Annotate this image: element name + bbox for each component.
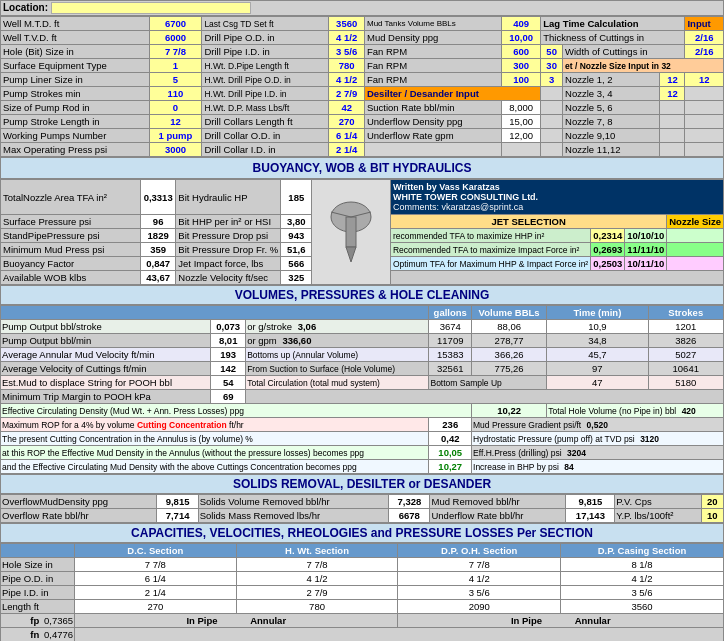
or-g-stroke-val: 3,06 [298,321,317,332]
max-op-press-val[interactable]: 3000 [149,143,202,157]
eff-h-press-label: Eff.H.Press (drilling) psi [473,448,562,458]
eff-circ-val: 10,22 [472,404,547,418]
nozzle2-size [667,243,724,257]
underflow-density-val: 15,00 [502,115,541,129]
svg-marker-2 [346,247,356,262]
available-wob-label: Available WOB klbs [1,271,141,285]
min-mud-press-label: Minimum Mud Press psi [1,243,141,257]
last-csg-val[interactable]: 3560 [329,17,365,31]
fan-rpm2-label: Fan RPM [364,59,501,73]
mud-tanks-label: Mud Tanks Volume BBLs [364,17,501,31]
fan-rpm2-val[interactable]: 300 [502,59,541,73]
bit-hydraulic-label: Bit Hydraulic HP [176,180,281,215]
mud-press-grad-val: 0,520 [587,420,608,430]
present-cutting-val: 0,42 [429,432,472,446]
capacities-header: CAPACITIES, VELOCITIES, RHEOLOGIES and P… [0,523,724,543]
hole-bit-val[interactable]: 7 7/8 [149,45,202,59]
mud-density-val[interactable]: 10,00 [502,31,541,45]
tfa2-label: Recommended TFA to maximize Impact Force… [390,243,590,257]
yp-val[interactable]: 10 [701,509,723,523]
nozzle3-size [667,257,724,271]
press-drop-frac-label: Bit Pressure Drop Fr. % [176,243,281,257]
mud-tanks-val[interactable]: 409 [502,17,541,31]
underflow-rate-label: Underflow Rate gpm [364,129,501,143]
lag-time-label: Lag Time Calculation [541,17,685,31]
pump-output-min-val: 8,01 [211,334,246,348]
standpipe-val: 1829 [140,229,175,243]
nozzle34-val[interactable]: 12 [660,87,685,101]
pump-strokes-val[interactable]: 110 [149,87,202,101]
lag-time-input[interactable]: Input [685,17,724,31]
fan-rpm4-val[interactable]: 3 [541,73,563,87]
max-rop-label: Maximum ROP for a 4% by volume [2,420,135,430]
well-tvd-label: Well T.V.D. ft [1,31,150,45]
drill-collars-len-val[interactable]: 270 [329,115,365,129]
nozzle-input-label: et / Nozzle Size Input in 32 [563,59,724,73]
solids-vol-label: Solids Volume Removed bbl/hr [198,495,389,509]
eff-mud-val: 10,05 [429,446,472,460]
pv-val[interactable]: 20 [701,495,723,509]
bottom-sample-label: Bottom Sample Up [429,376,547,390]
hwt-dp-len-val[interactable]: 780 [329,59,365,73]
location-label: Location: [3,2,48,13]
jet-impact-label: Jet Impact force, lbs [176,257,281,271]
working-pumps-label: Working Pumps Number [1,129,150,143]
hwt-hole: 7 7/8 [236,558,398,572]
hole-bit-label: Hole (Bit) Size in [1,45,150,59]
surface-equip-val[interactable]: 1 [149,59,202,73]
nozzle12-val[interactable]: 12 [660,73,685,87]
eff-circ-mud-label: and the Effective Circulating Mud Densit… [1,460,429,474]
length-label: Length ft [1,600,75,614]
drill-bit-image [321,197,381,267]
est-displace-label: Est.Mud to displace String for POOH bbl [1,376,211,390]
dp-od-val[interactable]: 4 1/2 [329,31,365,45]
hwt-dp-id-val[interactable]: 2 7/9 [329,87,365,101]
fan-rpm3-val[interactable]: 100 [502,73,541,87]
fan-rpm-val1b[interactable]: 50 [541,45,563,59]
dc-od-val[interactable]: 6 1/4 [329,129,365,143]
mud-density-label: Mud Density ppg [364,31,501,45]
thickness-cuttings-val[interactable]: 2/16 [685,31,724,45]
well-tvd-val[interactable]: 6000 [149,31,202,45]
working-pumps-val[interactable]: 1 pump [149,129,202,143]
pump-stroke-len-val[interactable]: 12 [149,115,202,129]
fan-rpm-val1[interactable]: 600 [502,45,541,59]
hwt-dp-mass-val[interactable]: 42 [329,101,365,115]
dpoh-pipe-id: 3 5/6 [398,586,560,600]
solids-vol-val: 7,328 [389,495,430,509]
dc-id-val[interactable]: 2 1/4 [329,143,365,157]
nozzle12-label: Nozzle 1, 2 [563,73,660,87]
tfa1-label: recommended TFA to maximize HHP in² [390,229,590,243]
increase-bhp-label: Increase in BHP by psi [473,462,559,472]
dpoh-length: 2090 [398,600,560,614]
press-drop-frac-val: 51,6 [281,243,312,257]
min-trip-val: 69 [211,390,246,404]
nozzle12-val2[interactable]: 12 [685,73,724,87]
dc-pipe-id: 2 1/4 [75,586,237,600]
bit-press-drop-label: Bit Pressure Drop psi [176,229,281,243]
bottoms-up-strokes: 3826 [648,334,723,348]
hwt-dp-id-label: H.Wt. Drill Pipe I.D. in [202,87,329,101]
fan-rpm2-val2[interactable]: 30 [541,59,563,73]
casing-pipe-id: 3 5/6 [560,586,723,600]
fan-rpm1-label: Fan RPM [364,45,501,59]
tfa3-val: 0,2503 [591,257,625,271]
mud-to-bit-bbl: 88,06 [472,320,547,334]
overflow-rate-val: 7,714 [157,509,198,523]
hole-size-label: Hole Size in [1,558,75,572]
pipe-id-label: Pipe I.D. in [1,586,75,600]
location-input[interactable] [51,2,251,14]
bit-hhp-label: Bit HHP per in² or HSI [176,215,281,229]
width-cuttings-val[interactable]: 2/16 [685,45,724,59]
dp-id-val[interactable]: 3 5/6 [329,45,365,59]
pump-liner-val[interactable]: 5 [149,73,202,87]
size-pump-rod-val[interactable]: 0 [149,101,202,115]
hwt-dp-od-val[interactable]: 4 1/2 [329,73,365,87]
jet-selection-header: JET SELECTION [390,215,666,229]
overflow-mud-val: 9,815 [157,495,198,509]
well-mtd-val[interactable]: 6700 [149,17,202,31]
suction-surface-strokes: 5027 [648,348,723,362]
available-wob-val: 43,67 [140,271,175,285]
tna-val: 0,3313 [140,180,175,215]
nozzle-vel-val: 325 [281,271,312,285]
